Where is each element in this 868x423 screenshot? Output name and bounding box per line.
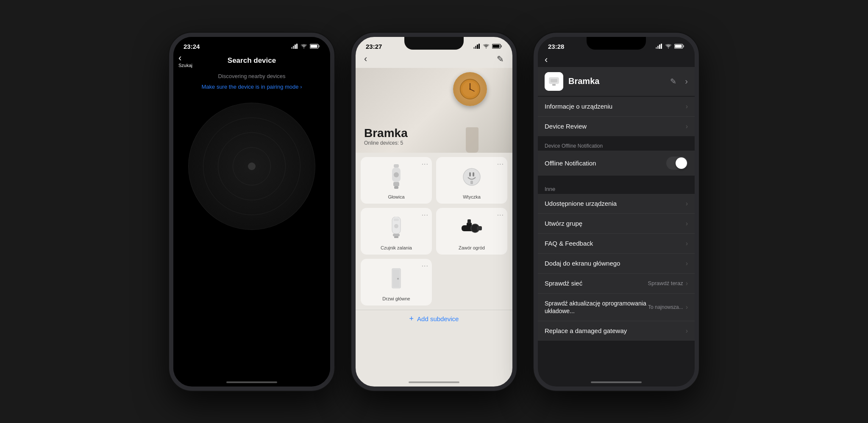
svg-rect-50 xyxy=(551,79,557,82)
signal-icon xyxy=(291,44,298,49)
svg-point-18 xyxy=(469,88,470,90)
nav-bar-3: ‹ xyxy=(538,52,695,67)
zawor-icon xyxy=(461,217,483,239)
device-icon-glowica xyxy=(389,161,404,193)
card-menu-czujnik[interactable]: ··· xyxy=(422,211,428,219)
device-name-czujnik: Czujnik zalania xyxy=(381,245,412,250)
back-button-1[interactable]: ‹ Szukaj xyxy=(178,53,192,68)
nav-bar-1: ‹ Szukaj Search device xyxy=(173,52,330,71)
page-title-1: Search device xyxy=(228,56,276,65)
offline-section-header: Device Offline Notification xyxy=(538,140,695,151)
svg-point-23 xyxy=(394,172,399,177)
hero-vase xyxy=(466,127,479,153)
row-label-dodaj: Dodaj do ekranu głównego xyxy=(545,260,686,267)
signal-icon-2 xyxy=(473,44,480,49)
svg-rect-0 xyxy=(291,47,292,49)
add-icon: + xyxy=(409,314,414,323)
device-header-title: Bramka xyxy=(568,76,665,86)
settings-row-grupa[interactable]: Utwórz grupę › xyxy=(538,214,695,234)
device-card-glowica[interactable]: ··· Głowica xyxy=(361,157,432,204)
row-label-replace: Replace a damaged gateway xyxy=(545,327,686,334)
hero-online-count: Online devices: 5 xyxy=(364,140,408,146)
czujnik-icon xyxy=(390,217,402,239)
device-icon-czujnik xyxy=(390,212,402,244)
edit-icon-3[interactable]: ✎ xyxy=(670,77,676,86)
row-label-aktualizacja: Sprawdź aktualizację oprogramowania ukła… xyxy=(545,300,648,315)
hero-device-name: Bramka xyxy=(364,126,408,140)
device-card-czujnik[interactable]: ··· Czujnik zalania xyxy=(361,208,432,255)
svg-rect-42 xyxy=(657,46,659,49)
svg-rect-25 xyxy=(469,172,471,176)
device-icon-zawor xyxy=(461,212,483,244)
back-button-2[interactable]: ‹ xyxy=(364,53,367,64)
inne-header: Inne xyxy=(538,179,695,194)
hero-title-section: Bramka Online devices: 5 xyxy=(364,126,408,146)
settings-row-dodaj[interactable]: Dodaj do ekranu głównego › xyxy=(538,254,695,274)
device-card-drzwi[interactable]: ··· Drzwi główne xyxy=(361,259,432,305)
svg-rect-7 xyxy=(473,47,475,49)
battery-icon-2 xyxy=(492,44,502,49)
settings-row-udostepnione[interactable]: Udostępnione urządzenia › xyxy=(538,194,695,214)
signal-icon-3 xyxy=(656,44,662,49)
devices-grid: ··· Głowica ··· xyxy=(356,153,512,310)
home-indicator-1 xyxy=(226,381,277,383)
card-menu-zawor[interactable]: ··· xyxy=(497,211,504,219)
device-icon-drzwi xyxy=(390,263,402,294)
device-icon-wtyczka xyxy=(461,161,482,193)
status-icons-3 xyxy=(656,44,684,49)
row-value-aktualizacja: To najnowsza... xyxy=(648,304,683,310)
device-header-section: Bramka ✎ › xyxy=(538,67,695,96)
back-button-3[interactable]: ‹ xyxy=(545,54,548,65)
device-thumb-svg xyxy=(545,72,563,91)
pairing-link[interactable]: Make sure the device is in pairing mode … xyxy=(173,84,330,90)
device-name-glowica: Głowica xyxy=(388,194,404,199)
svg-rect-32 xyxy=(394,236,398,238)
svg-rect-35 xyxy=(477,226,482,230)
discovering-text: Discovering nearby devices xyxy=(173,73,330,79)
svg-rect-22 xyxy=(394,186,398,189)
clock-svg xyxy=(459,78,481,100)
svg-rect-9 xyxy=(477,45,478,49)
card-menu-drzwi[interactable]: ··· xyxy=(422,262,428,270)
settings-row-aktualizacja[interactable]: Sprawdź aktualizację oprogramowania ukła… xyxy=(538,294,695,321)
home-indicator-2 xyxy=(409,381,459,383)
settings-row-informacje[interactable]: Informacje o urządzeniu › xyxy=(538,97,695,117)
card-menu-wtyczka[interactable]: ··· xyxy=(497,160,504,168)
time-3: 23:28 xyxy=(548,43,564,50)
phone-3: 23:28 xyxy=(534,33,699,391)
toggle-knob xyxy=(676,157,687,169)
row-label-grupa: Utwórz grupę xyxy=(545,220,686,227)
edit-button-2[interactable]: ✎ xyxy=(497,54,504,64)
offline-toggle[interactable] xyxy=(666,157,688,170)
chevron-informacje: › xyxy=(686,103,688,110)
add-subdevice-bar[interactable]: + Add subdevice xyxy=(356,310,512,328)
svg-rect-2 xyxy=(295,45,296,49)
status-icons-2 xyxy=(473,44,502,49)
wifi-icon-3 xyxy=(665,44,672,49)
row-label-faq: FAQ & Feedback xyxy=(545,240,686,247)
row-label-udostepnione: Udostępnione urządzenia xyxy=(545,200,686,207)
device-card-wtyczka[interactable]: ··· Wtyczka xyxy=(436,157,507,204)
hero-clock-decoration xyxy=(453,72,487,106)
settings-row-replace[interactable]: Replace a damaged gateway › xyxy=(538,321,695,341)
phone-2: 23:27 xyxy=(351,33,517,391)
device-card-zawor[interactable]: ··· Zawór ogród xyxy=(436,208,507,255)
settings-row-review[interactable]: Device Review › xyxy=(538,117,695,136)
svg-rect-41 xyxy=(656,47,657,49)
row-label-review: Device Review xyxy=(545,123,686,130)
add-subdevice-label[interactable]: Add subdevice xyxy=(417,315,459,322)
wifi-icon-2 xyxy=(483,44,490,49)
svg-rect-43 xyxy=(659,45,660,49)
notch-3 xyxy=(587,37,646,50)
row-label-offline: Offline Notification xyxy=(545,160,666,167)
settings-row-offline-notif[interactable]: Offline Notification xyxy=(538,151,695,176)
card-menu-glowica[interactable]: ··· xyxy=(422,160,428,168)
svg-rect-19 xyxy=(394,164,399,168)
device-thumbnail xyxy=(545,72,563,91)
svg-rect-27 xyxy=(470,181,473,184)
settings-row-siec[interactable]: Sprawdź sieć Sprawdź teraz › xyxy=(538,274,695,294)
settings-row-faq[interactable]: FAQ & Feedback › xyxy=(538,234,695,254)
svg-rect-46 xyxy=(683,45,684,48)
notch-2 xyxy=(404,37,464,50)
svg-rect-47 xyxy=(675,45,682,48)
